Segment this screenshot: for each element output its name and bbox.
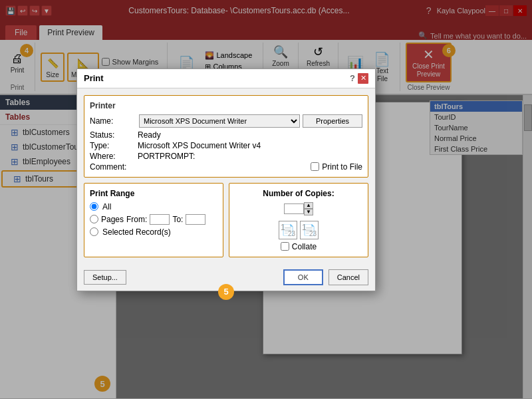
dialog-close-btn[interactable]: ✕ [358, 73, 368, 84]
dialog-body: Printer Name: Microsoft XPS Document Wri… [77, 88, 375, 264]
type-label: Type: [90, 141, 136, 150]
all-radio-row: All [90, 202, 217, 211]
cancel-btn[interactable]: Cancel [329, 269, 368, 285]
dialog-bottom: Print Range All Pages From: To: [84, 183, 368, 257]
spinbox-btns: ▲ ▼ [304, 202, 313, 215]
all-label: All [102, 202, 111, 211]
copy-icon-1: 1 📄 23 [279, 221, 297, 239]
ok-btn[interactable]: OK [283, 269, 323, 285]
print-dialog: Print ? ✕ Printer Name: Microsoft XPS Do… [76, 68, 376, 291]
status-label: Status: [90, 130, 136, 140]
pages-label: Pages [101, 215, 124, 224]
collate-label: Collate [292, 242, 317, 251]
print-to-file-checkbox[interactable] [311, 162, 319, 171]
print-to-file-label: Print to File [322, 162, 362, 172]
pages-row: Pages From: To: [90, 214, 217, 225]
copies-title: Number of Copies: [235, 189, 362, 198]
copies-value[interactable]: 1 [284, 203, 304, 214]
from-input[interactable] [150, 214, 170, 225]
spin-down-btn[interactable]: ▼ [304, 209, 313, 215]
setup-btn[interactable]: Setup... [84, 270, 126, 285]
copies-input: 1 ▲ ▼ [235, 202, 362, 215]
dialog-title-controls: ? ✕ [350, 73, 368, 84]
type-value: Microsoft XPS Document Writer v4 [138, 141, 362, 150]
where-label: Where: [90, 152, 136, 161]
selected-label: Selected Record(s) [102, 227, 171, 237]
print-range-section: Print Range All Pages From: To: [84, 183, 223, 257]
status-value: Ready [138, 130, 362, 140]
dialog-title-bar: Print ? ✕ [77, 69, 375, 88]
to-input[interactable] [186, 214, 205, 225]
step-badge-5-dialog: 5 [218, 284, 234, 300]
print-range-title: Print Range [90, 189, 217, 198]
dialog-title-text: Print [84, 73, 104, 83]
from-label: From: [126, 215, 147, 224]
all-radio[interactable] [90, 202, 98, 211]
copies-spinbox: 1 ▲ ▼ [284, 202, 313, 215]
copies-section: Number of Copies: 1 ▲ ▼ 1 [229, 183, 368, 257]
copies-icons: 1 📄 23 1 📄 23 [235, 221, 362, 239]
properties-btn[interactable]: Properties [303, 114, 362, 128]
to-label: To: [172, 215, 183, 224]
collate-checkbox[interactable] [281, 242, 289, 251]
copy-icon-2: 1 📄 23 [300, 221, 319, 239]
dialog-help-btn[interactable]: ? [350, 73, 355, 83]
selected-radio-row: Selected Record(s) [90, 227, 217, 237]
where-value: PORTPROMPT: [138, 152, 362, 161]
printer-section: Printer Name: Microsoft XPS Document Wri… [84, 95, 368, 178]
spin-up-btn[interactable]: ▲ [304, 202, 313, 209]
printer-select[interactable]: Microsoft XPS Document Writer [139, 114, 300, 128]
collate-row: Collate [235, 242, 362, 251]
pages-radio[interactable] [90, 215, 98, 223]
name-label: Name: [90, 116, 136, 126]
dialog-footer-right: OK Cancel [283, 269, 368, 285]
print-to-file-row: Print to File [138, 162, 362, 172]
printer-section-title: Printer [90, 101, 362, 110]
comment-label: Comment: [90, 162, 136, 172]
selected-radio[interactable] [90, 227, 98, 236]
dialog-overlay: Print ? ✕ Printer Name: Microsoft XPS Do… [0, 0, 532, 399]
